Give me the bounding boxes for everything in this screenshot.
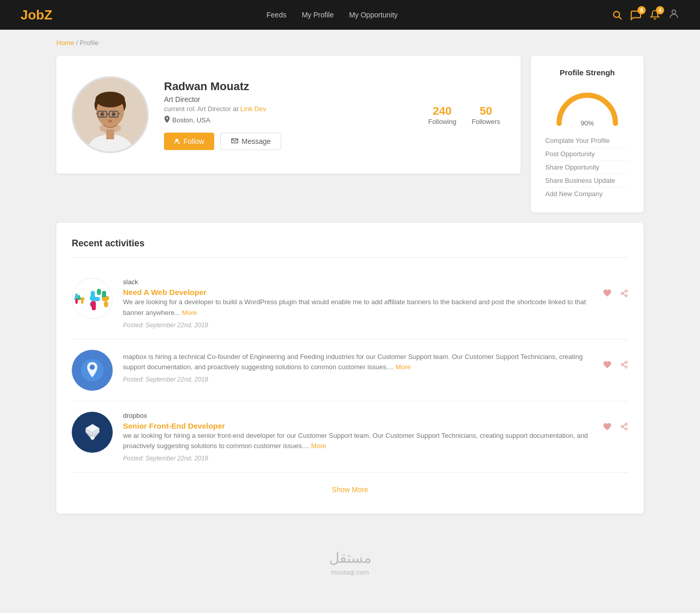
profile-company-link[interactable]: Link Dev — [240, 105, 266, 113]
strength-item-4[interactable]: Add New Company — [545, 187, 629, 200]
activity-desc-text-2: we ar looking for hiring a senior front-… — [123, 432, 588, 450]
svg-rect-28 — [81, 299, 84, 304]
breadcrumb-home[interactable]: Home — [56, 39, 74, 47]
activity-company-2: dropbox — [123, 412, 592, 419]
like-button-1[interactable] — [603, 360, 612, 372]
share-button-2[interactable] — [620, 422, 628, 433]
svg-line-1 — [619, 17, 622, 19]
breadcrumb: Home / Profile — [0, 30, 700, 56]
svg-point-6 — [95, 92, 125, 108]
brand-name-part2: Z — [44, 7, 52, 23]
mapbox-logo — [72, 350, 113, 391]
svg-point-13 — [112, 112, 116, 116]
profile-buttons: Follow Message — [164, 133, 418, 150]
gauge-container: 90% — [545, 85, 629, 126]
svg-rect-37 — [91, 291, 95, 300]
search-icon-btn[interactable] — [612, 10, 622, 20]
activity-desc-text-1: mapbox is hiring a technical Co-founder … — [123, 353, 583, 371]
profile-title: Art Director — [164, 95, 418, 103]
following-label: Following — [428, 118, 456, 125]
svg-line-63 — [623, 427, 626, 429]
activity-actions-1 — [603, 350, 628, 372]
strength-item-1[interactable]: Post Opportunity — [545, 147, 629, 161]
strength-items: Complate Your Profile Post Opportunity S… — [545, 134, 629, 200]
activity-more-link-1[interactable]: More — [396, 363, 411, 371]
avatar — [72, 76, 149, 153]
show-more-container: Show More — [72, 473, 628, 498]
strength-title: Profile Strengh — [545, 68, 629, 77]
strength-item-3[interactable]: Share Business Update — [545, 174, 629, 187]
profile-role: current rol: Art Director at Link Dev — [164, 105, 418, 113]
messages-icon-btn[interactable]: 8 — [630, 9, 642, 20]
brand-name-part1: Job — [20, 7, 44, 23]
like-button-2[interactable] — [603, 422, 612, 434]
profile-role-text: current rol: Art Director at — [164, 105, 240, 113]
svg-line-52 — [623, 365, 626, 367]
activity-description-2: we ar looking for hiring a senior front-… — [123, 431, 592, 452]
svg-rect-33 — [97, 289, 101, 295]
content-area: Radwan Mouatz Art Director current rol: … — [0, 56, 700, 534]
activities-title: Recent activities — [72, 238, 628, 258]
activity-job-title-2[interactable]: Senior Front-End Developer — [123, 421, 225, 430]
nav-link-my-profile[interactable]: My Profile — [302, 11, 334, 19]
following-count: 240 — [428, 104, 456, 118]
like-button-0[interactable] — [603, 288, 612, 300]
activity-job-title-0[interactable]: Need A Web Developer — [123, 288, 207, 297]
brand-logo[interactable]: JobZ — [20, 7, 52, 23]
follow-button[interactable]: Follow — [164, 133, 214, 150]
svg-point-2 — [672, 10, 675, 13]
activity-description-0: We are looking for a developer to build … — [123, 297, 592, 319]
slack-logo — [72, 278, 113, 319]
activity-actions-0 — [603, 278, 628, 300]
svg-point-18 — [175, 139, 178, 142]
svg-rect-30 — [78, 298, 81, 300]
footer-logo: مستقل — [0, 549, 700, 566]
activity-date-0: Posted: September 22nd, 2018 — [123, 322, 592, 329]
navbar: JobZ Feeds My Profile My Opportunity 8 4 — [0, 0, 700, 30]
svg-point-48 — [90, 365, 95, 370]
profile-info: Radwan Mouatz Art Director current rol: … — [164, 80, 418, 150]
profile-location: Boston, USA — [164, 116, 418, 124]
top-section: Radwan Mouatz Art Director current rol: … — [56, 56, 644, 213]
footer: مستقل mostaql.com — [0, 534, 700, 586]
svg-rect-26 — [75, 293, 78, 299]
nav-link-my-opportunity[interactable]: My Opportunity — [349, 11, 398, 19]
activity-more-link-2[interactable]: More — [311, 442, 326, 450]
activity-content-2: dropbox Senior Front-End Developer we ar… — [123, 412, 592, 462]
activity-item-0: slack Need A Web Developer We are lookin… — [72, 268, 628, 340]
message-button[interactable]: Message — [220, 133, 281, 150]
notifications-icon-btn[interactable]: 4 — [650, 9, 660, 20]
gauge-percent: 90% — [581, 119, 594, 127]
activity-company-0: slack — [123, 278, 592, 286]
activity-content-1: mapbox is hiring a technical Co-founder … — [123, 350, 592, 384]
svg-line-45 — [623, 294, 626, 295]
svg-line-46 — [623, 291, 626, 293]
location-text: Boston, USA — [172, 116, 210, 124]
activity-actions-2 — [603, 412, 628, 434]
svg-line-53 — [623, 363, 626, 364]
breadcrumb-current: Profile — [80, 39, 99, 47]
svg-point-14 — [108, 120, 112, 123]
following-stat: 240 Following — [428, 104, 456, 125]
strength-item-0[interactable]: Complate Your Profile — [545, 134, 629, 147]
dropbox-logo — [72, 412, 113, 453]
share-button-0[interactable] — [620, 289, 628, 300]
share-button-1[interactable] — [620, 361, 628, 371]
activity-date-1: Posted: September 22nd, 2018 — [123, 376, 592, 383]
followers-stat: 50 Followers — [471, 104, 500, 125]
user-icon-btn[interactable] — [668, 8, 680, 22]
svg-rect-59 — [91, 436, 94, 439]
svg-rect-29 — [75, 299, 78, 304]
nav-link-feeds[interactable]: Feeds — [266, 11, 286, 19]
activity-more-link-0[interactable]: More — [182, 309, 197, 316]
profile-stats: 240 Following 50 Followers — [428, 104, 500, 125]
svg-rect-39 — [92, 301, 96, 310]
activity-item-1: mapbox is hiring a technical Co-founder … — [72, 340, 628, 401]
show-more-link[interactable]: Show More — [332, 485, 368, 494]
footer-url: mostaql.com — [0, 568, 700, 576]
footer-brand-arabic: مستقل — [329, 550, 372, 566]
followers-label: Followers — [471, 118, 500, 125]
svg-rect-41 — [104, 301, 108, 307]
strength-item-2[interactable]: Share Opportunity — [545, 161, 629, 174]
activity-content-0: slack Need A Web Developer We are lookin… — [123, 278, 592, 329]
